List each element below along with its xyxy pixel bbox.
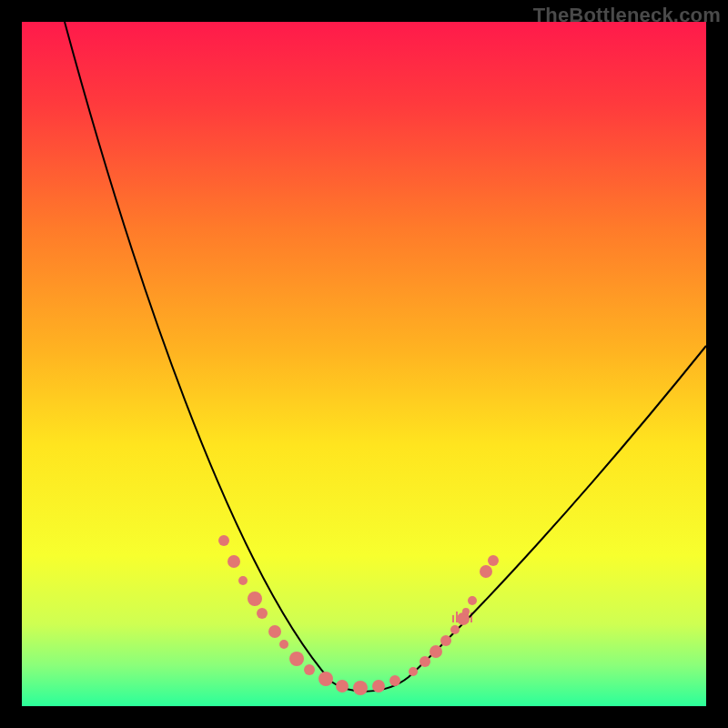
data-dot [304,664,315,675]
data-dot [238,576,248,585]
data-dot [450,625,460,634]
data-dot [279,640,288,649]
data-dot [336,680,349,693]
data-dot [228,555,240,568]
data-dot [488,555,499,566]
data-dot [372,680,385,693]
data-dot [389,675,400,686]
bottleneck-curve [65,22,706,692]
data-dot [430,645,442,658]
data-dot [468,596,477,605]
data-dot [268,625,281,638]
data-dot [440,635,451,646]
data-dot [409,667,418,676]
data-dot [248,592,262,606]
data-dot [318,672,333,686]
data-dot [480,565,492,578]
data-dot [257,608,268,619]
chart-svg [22,22,706,706]
data-dot [420,656,430,667]
data-dot [353,681,368,695]
data-dot [289,652,304,666]
data-dot [462,608,470,615]
data-dot [218,535,229,546]
